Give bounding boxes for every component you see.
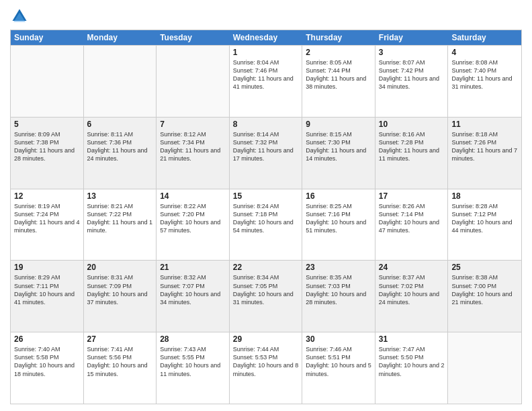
calendar-cell <box>448 332 521 404</box>
day-info: Sunrise: 8:16 AM Sunset: 7:28 PM Dayligh… <box>379 130 445 163</box>
day-info: Sunrise: 8:12 AM Sunset: 7:34 PM Dayligh… <box>160 130 226 163</box>
calendar-cell: 31Sunrise: 7:47 AM Sunset: 5:50 PM Dayli… <box>375 332 449 404</box>
calendar-cell: 7Sunrise: 8:12 AM Sunset: 7:34 PM Daylig… <box>157 118 230 189</box>
day-info: Sunrise: 8:24 AM Sunset: 7:18 PM Dayligh… <box>233 202 299 235</box>
day-number: 7 <box>160 120 226 129</box>
day-info: Sunrise: 8:21 AM Sunset: 7:22 PM Dayligh… <box>87 202 153 235</box>
calendar-cell: 3Sunrise: 8:07 AM Sunset: 7:42 PM Daylig… <box>375 46 449 117</box>
calendar: SundayMondayTuesdayWednesdayThursdayFrid… <box>10 30 522 404</box>
day-info: Sunrise: 8:38 AM Sunset: 7:00 PM Dayligh… <box>451 273 518 306</box>
calendar-header: SundayMondayTuesdayWednesdayThursdayFrid… <box>11 30 521 45</box>
day-info: Sunrise: 8:22 AM Sunset: 7:20 PM Dayligh… <box>160 202 226 235</box>
day-number: 22 <box>233 263 299 272</box>
header <box>10 7 522 26</box>
day-info: Sunrise: 8:07 AM Sunset: 7:42 PM Dayligh… <box>379 58 445 91</box>
calendar-row-0: 1Sunrise: 8:04 AM Sunset: 7:46 PM Daylig… <box>11 45 521 117</box>
day-number: 8 <box>233 120 299 129</box>
header-day-tuesday: Tuesday <box>157 30 230 45</box>
header-day-sunday: Sunday <box>11 30 84 45</box>
day-number: 27 <box>87 334 153 344</box>
day-number: 26 <box>14 334 80 344</box>
day-info: Sunrise: 7:41 AM Sunset: 5:56 PM Dayligh… <box>87 345 153 378</box>
day-info: Sunrise: 7:47 AM Sunset: 5:50 PM Dayligh… <box>379 345 445 378</box>
calendar-cell: 16Sunrise: 8:25 AM Sunset: 7:16 PM Dayli… <box>302 189 375 261</box>
calendar-cell <box>157 46 230 117</box>
day-info: Sunrise: 8:32 AM Sunset: 7:07 PM Dayligh… <box>160 273 226 306</box>
day-info: Sunrise: 8:05 AM Sunset: 7:44 PM Dayligh… <box>306 58 371 91</box>
day-info: Sunrise: 8:14 AM Sunset: 7:32 PM Dayligh… <box>233 130 299 163</box>
day-info: Sunrise: 7:46 AM Sunset: 5:51 PM Dayligh… <box>306 345 371 378</box>
header-day-wednesday: Wednesday <box>230 30 303 45</box>
logo <box>10 7 32 26</box>
day-info: Sunrise: 7:40 AM Sunset: 5:58 PM Dayligh… <box>14 345 80 378</box>
calendar-cell: 30Sunrise: 7:46 AM Sunset: 5:51 PM Dayli… <box>302 332 375 404</box>
day-info: Sunrise: 8:29 AM Sunset: 7:11 PM Dayligh… <box>14 273 80 306</box>
calendar-cell <box>84 46 157 117</box>
calendar-cell: 27Sunrise: 7:41 AM Sunset: 5:56 PM Dayli… <box>84 332 157 404</box>
calendar-cell: 25Sunrise: 8:38 AM Sunset: 7:00 PM Dayli… <box>448 261 521 332</box>
day-number: 13 <box>87 191 153 201</box>
day-info: Sunrise: 8:34 AM Sunset: 7:05 PM Dayligh… <box>233 273 299 306</box>
calendar-row-1: 5Sunrise: 8:09 AM Sunset: 7:38 PM Daylig… <box>11 117 521 189</box>
day-number: 25 <box>451 263 518 272</box>
calendar-cell: 8Sunrise: 8:14 AM Sunset: 7:32 PM Daylig… <box>230 118 303 189</box>
calendar-cell: 18Sunrise: 8:28 AM Sunset: 7:12 PM Dayli… <box>448 189 521 261</box>
day-info: Sunrise: 8:11 AM Sunset: 7:36 PM Dayligh… <box>87 130 153 163</box>
calendar-row-4: 26Sunrise: 7:40 AM Sunset: 5:58 PM Dayli… <box>11 332 521 404</box>
calendar-cell: 22Sunrise: 8:34 AM Sunset: 7:05 PM Dayli… <box>230 261 303 332</box>
calendar-cell: 20Sunrise: 8:31 AM Sunset: 7:09 PM Dayli… <box>84 261 157 332</box>
day-number: 12 <box>14 191 80 201</box>
page: SundayMondayTuesdayWednesdayThursdayFrid… <box>0 0 532 411</box>
calendar-cell: 9Sunrise: 8:15 AM Sunset: 7:30 PM Daylig… <box>302 118 375 189</box>
day-info: Sunrise: 8:08 AM Sunset: 7:40 PM Dayligh… <box>451 58 518 91</box>
day-info: Sunrise: 8:15 AM Sunset: 7:30 PM Dayligh… <box>306 130 371 163</box>
logo-icon <box>10 7 29 26</box>
calendar-cell: 4Sunrise: 8:08 AM Sunset: 7:40 PM Daylig… <box>448 46 521 117</box>
day-number: 6 <box>87 120 153 129</box>
day-info: Sunrise: 7:43 AM Sunset: 5:55 PM Dayligh… <box>160 345 226 378</box>
day-number: 17 <box>379 191 445 201</box>
calendar-cell: 15Sunrise: 8:24 AM Sunset: 7:18 PM Dayli… <box>230 189 303 261</box>
header-day-friday: Friday <box>375 30 449 45</box>
header-day-thursday: Thursday <box>302 30 375 45</box>
calendar-cell: 17Sunrise: 8:26 AM Sunset: 7:14 PM Dayli… <box>375 189 449 261</box>
day-number: 24 <box>379 263 445 272</box>
day-number: 10 <box>379 120 445 129</box>
calendar-cell: 14Sunrise: 8:22 AM Sunset: 7:20 PM Dayli… <box>157 189 230 261</box>
day-info: Sunrise: 8:35 AM Sunset: 7:03 PM Dayligh… <box>306 273 371 306</box>
day-info: Sunrise: 7:44 AM Sunset: 5:53 PM Dayligh… <box>233 345 299 378</box>
day-number: 31 <box>379 334 445 344</box>
calendar-cell: 26Sunrise: 7:40 AM Sunset: 5:58 PM Dayli… <box>11 332 84 404</box>
day-info: Sunrise: 8:31 AM Sunset: 7:09 PM Dayligh… <box>87 273 153 306</box>
calendar-cell: 6Sunrise: 8:11 AM Sunset: 7:36 PM Daylig… <box>84 118 157 189</box>
day-number: 1 <box>233 48 299 57</box>
day-number: 14 <box>160 191 226 201</box>
calendar-cell: 1Sunrise: 8:04 AM Sunset: 7:46 PM Daylig… <box>230 46 303 117</box>
calendar-cell: 19Sunrise: 8:29 AM Sunset: 7:11 PM Dayli… <box>11 261 84 332</box>
calendar-row-3: 19Sunrise: 8:29 AM Sunset: 7:11 PM Dayli… <box>11 260 521 332</box>
day-number: 29 <box>233 334 299 344</box>
day-info: Sunrise: 8:18 AM Sunset: 7:26 PM Dayligh… <box>451 130 518 163</box>
day-number: 4 <box>451 48 518 57</box>
calendar-cell: 12Sunrise: 8:19 AM Sunset: 7:24 PM Dayli… <box>11 189 84 261</box>
day-number: 16 <box>306 191 371 201</box>
day-info: Sunrise: 8:28 AM Sunset: 7:12 PM Dayligh… <box>451 202 518 235</box>
calendar-cell <box>11 46 84 117</box>
calendar-cell: 28Sunrise: 7:43 AM Sunset: 5:55 PM Dayli… <box>157 332 230 404</box>
calendar-body: 1Sunrise: 8:04 AM Sunset: 7:46 PM Daylig… <box>11 45 521 404</box>
day-number: 23 <box>306 263 371 272</box>
calendar-row-2: 12Sunrise: 8:19 AM Sunset: 7:24 PM Dayli… <box>11 189 521 261</box>
calendar-cell: 2Sunrise: 8:05 AM Sunset: 7:44 PM Daylig… <box>302 46 375 117</box>
day-number: 11 <box>451 120 518 129</box>
day-info: Sunrise: 8:25 AM Sunset: 7:16 PM Dayligh… <box>306 202 371 235</box>
calendar-cell: 11Sunrise: 8:18 AM Sunset: 7:26 PM Dayli… <box>448 118 521 189</box>
day-number: 18 <box>451 191 518 201</box>
calendar-cell: 10Sunrise: 8:16 AM Sunset: 7:28 PM Dayli… <box>375 118 449 189</box>
day-number: 20 <box>87 263 153 272</box>
day-number: 2 <box>306 48 371 57</box>
calendar-cell: 29Sunrise: 7:44 AM Sunset: 5:53 PM Dayli… <box>230 332 303 404</box>
day-number: 30 <box>306 334 371 344</box>
day-info: Sunrise: 8:19 AM Sunset: 7:24 PM Dayligh… <box>14 202 80 235</box>
day-number: 5 <box>14 120 80 129</box>
day-number: 28 <box>160 334 226 344</box>
